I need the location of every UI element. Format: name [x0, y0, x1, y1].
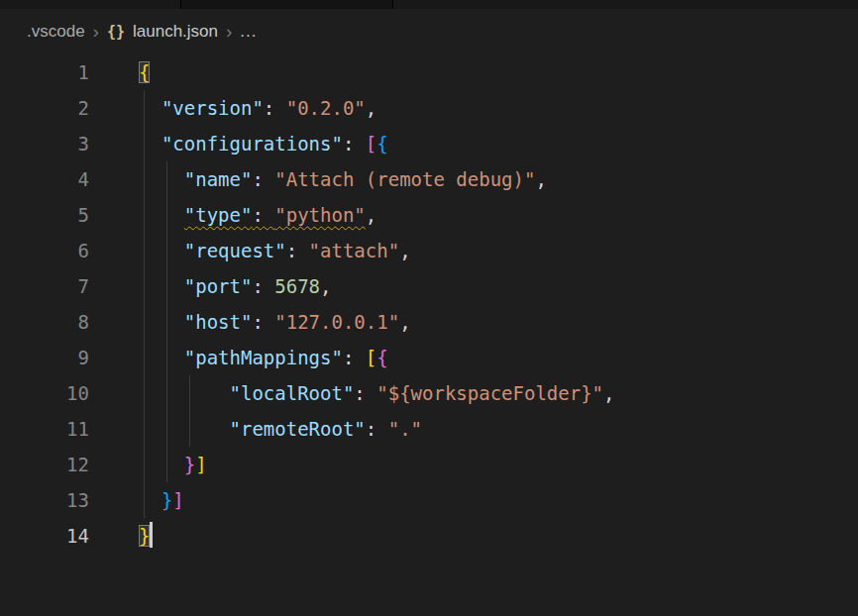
indent-guide [144, 447, 145, 482]
code-token: : [366, 418, 388, 440]
code-token: , [399, 311, 410, 333]
code-token: { [139, 61, 150, 83]
indent-whitespace [139, 275, 184, 297]
code-token: "type" [184, 204, 253, 226]
code-line[interactable]: 9 "pathMappings": [{ [0, 340, 858, 375]
line-number[interactable]: 6 [0, 233, 89, 268]
tab-segment [393, 0, 858, 9]
indent-guide [189, 411, 190, 447]
line-number[interactable]: 12 [0, 447, 89, 482]
code-token: "localRoot" [230, 382, 355, 404]
breadcrumb-symbols[interactable]: ... [240, 22, 257, 42]
code-line-content: "host": "127.0.0.1", [139, 304, 411, 340]
line-number[interactable]: 10 [0, 375, 89, 411]
code-line-content: }] [139, 482, 184, 518]
indent-whitespace [139, 382, 230, 404]
code-line-content: }] [139, 447, 207, 482]
code-token: "remoteRoot" [230, 418, 366, 440]
line-number[interactable]: 1 [0, 54, 89, 90]
indent-guide [144, 126, 145, 161]
code-line[interactable]: 1{ [0, 54, 858, 90]
code-token: ] [195, 454, 206, 475]
code-token: "0.2.0" [286, 97, 366, 119]
code-line-content: "remoteRoot": "." [139, 411, 422, 447]
code-token: : [343, 347, 366, 368]
code-line[interactable]: 8 "host": "127.0.0.1", [0, 304, 858, 340]
code-token: : [354, 382, 376, 404]
code-line[interactable]: 13 }] [0, 482, 858, 518]
code-line[interactable]: 11 "remoteRoot": "." [0, 411, 858, 447]
indent-whitespace [139, 347, 184, 368]
code-line-content: "name": "Attach (remote debug)", [139, 161, 547, 197]
indent-guide [144, 233, 145, 268]
indent-guide [144, 375, 145, 411]
code-line[interactable]: 5 "type": "python", [0, 197, 858, 233]
code-line-content: "pathMappings": [{ [139, 340, 388, 375]
breadcrumb-file[interactable]: launch.json [133, 22, 218, 42]
indent-guide [144, 340, 145, 375]
line-number[interactable]: 13 [0, 482, 89, 518]
code-token: [ [366, 133, 376, 154]
code-token: "${workspaceFolder}" [376, 382, 603, 404]
code-line-content: "request": "attach", [139, 233, 411, 268]
line-number[interactable]: 14 [0, 518, 89, 554]
code-line[interactable]: 12 }] [0, 447, 858, 482]
indent-guide [166, 197, 167, 233]
code-token: , [535, 168, 546, 190]
indent-guide [144, 268, 145, 304]
code-token: : [286, 240, 309, 261]
breadcrumb-folder[interactable]: .vscode [27, 22, 85, 42]
breadcrumb: .vscode › {} launch.json › ... [0, 9, 858, 54]
code-line[interactable]: 10 "localRoot": "${workspaceFolder}", [0, 375, 858, 411]
code-token: , [399, 240, 410, 261]
line-number[interactable]: 3 [0, 126, 89, 161]
code-token: "127.0.0.1" [274, 311, 399, 333]
line-number[interactable]: 2 [0, 90, 89, 126]
line-number[interactable]: 5 [0, 197, 89, 233]
line-number[interactable]: 8 [0, 304, 89, 340]
code-token: "version" [161, 97, 264, 119]
code-token: "attach" [309, 240, 400, 261]
code-line-content: "configurations": [{ [139, 126, 388, 161]
code-token: "configurations" [161, 133, 343, 154]
code-token: , [366, 97, 376, 119]
code-line[interactable]: 2 "version": "0.2.0", [0, 90, 858, 126]
code-line[interactable]: 4 "name": "Attach (remote debug)", [0, 161, 858, 197]
tab-segment [181, 0, 393, 9]
text-cursor [150, 522, 153, 548]
code-token: : [252, 275, 274, 297]
json-file-icon: {} [107, 23, 125, 41]
code-line-content: { [139, 54, 150, 90]
line-number[interactable]: 9 [0, 340, 89, 375]
code-token: "name" [184, 168, 253, 190]
indent-guide [166, 375, 167, 411]
indent-guide [166, 340, 167, 375]
code-line[interactable]: 7 "port": 5678, [0, 268, 858, 304]
indent-guide [166, 447, 167, 482]
editor-code-area[interactable]: 1{2 "version": "0.2.0",3 "configurations… [0, 54, 858, 554]
code-line[interactable]: 3 "configurations": [{ [0, 126, 858, 161]
code-line-content: "type": "python", [139, 197, 376, 233]
indent-guide [144, 304, 145, 340]
indent-guide [144, 161, 145, 197]
indent-guide [166, 268, 167, 304]
line-number[interactable]: 4 [0, 161, 89, 197]
indent-whitespace [139, 168, 184, 190]
line-number[interactable]: 7 [0, 268, 89, 304]
code-line-content: "version": "0.2.0", [139, 90, 376, 126]
code-token: ] [172, 489, 183, 511]
indent-guide [144, 197, 145, 233]
code-token: : [264, 97, 286, 119]
code-token: , [366, 204, 376, 226]
code-token: , [320, 275, 331, 297]
line-number[interactable]: 11 [0, 411, 89, 447]
code-line[interactable]: 6 "request": "attach", [0, 233, 858, 268]
indent-whitespace [139, 311, 184, 333]
indent-whitespace [139, 204, 184, 226]
code-line[interactable]: 14} [0, 518, 858, 554]
indent-guide [144, 411, 145, 447]
indent-guide [166, 233, 167, 268]
code-token: [ [366, 347, 376, 368]
chevron-right-icon: › [93, 22, 99, 41]
indent-whitespace [139, 240, 184, 261]
